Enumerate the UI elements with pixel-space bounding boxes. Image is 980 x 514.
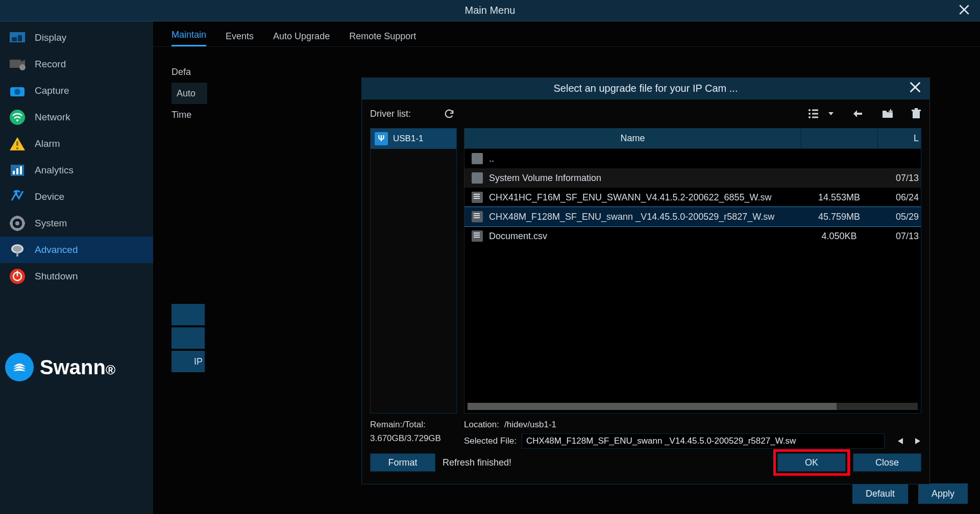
file-pane: Name L .. xyxy=(464,128,921,414)
sidebar-item-advanced[interactable]: Advanced xyxy=(0,237,153,263)
titlebar: Main Menu xyxy=(0,0,980,21)
close-button[interactable]: Close xyxy=(853,453,921,472)
list-view-icon[interactable] xyxy=(808,108,821,119)
dialog-actions: Format Refresh finished! OK Close xyxy=(370,453,921,472)
tab-auto-upgrade[interactable]: Auto Upgrade xyxy=(273,31,330,46)
sidebar-item-label: Display xyxy=(35,32,66,43)
svg-rect-38 xyxy=(889,111,893,112)
sidebar-item-analytics[interactable]: Analytics xyxy=(0,157,153,184)
device-icon xyxy=(8,188,27,206)
sidebar-item-label: Network xyxy=(35,112,70,123)
root: Display Record Capture Network Alarm Ana… xyxy=(0,21,980,514)
sidebar-item-capture[interactable]: Capture xyxy=(0,78,153,104)
file-row-parent[interactable]: .. xyxy=(464,149,921,168)
sidebar-item-label: Device xyxy=(35,191,64,202)
file-name: System Volume Information xyxy=(489,173,801,184)
close-icon[interactable] xyxy=(958,3,971,16)
bottom-bar: Default Apply xyxy=(852,483,968,504)
file-date: 07/13 xyxy=(877,231,921,242)
sidebar-item-device[interactable]: Device xyxy=(0,184,153,210)
sidebar-item-shutdown[interactable]: Shutdown xyxy=(0,263,153,290)
file-row[interactable]: Document.csv 4.050KB 07/13 xyxy=(464,226,921,246)
ok-button[interactable]: OK xyxy=(777,453,846,472)
delete-icon[interactable] xyxy=(911,108,921,119)
alarm-icon xyxy=(8,135,27,153)
file-date: 07/13 xyxy=(877,173,921,184)
tab-maintain[interactable]: Maintain xyxy=(172,30,206,46)
svg-rect-3 xyxy=(10,60,21,68)
tabs: Maintain Events Auto Upgrade Remote Supp… xyxy=(153,24,980,47)
swann-logo-icon xyxy=(5,353,34,381)
record-icon xyxy=(8,55,27,73)
tab-events[interactable]: Events xyxy=(226,31,254,46)
back-icon[interactable] xyxy=(852,109,864,119)
file-rows: .. System Volume Information 07/13 xyxy=(464,149,921,403)
svg-rect-40 xyxy=(912,110,921,111)
drive-pane: Ψ USB1-1 xyxy=(370,128,457,414)
file-row-selected[interactable]: CHX48M_F128M_SF_ENU_swann _V14.45.5.0-20… xyxy=(464,207,921,226)
prev-icon[interactable] xyxy=(897,437,904,445)
usb-icon: Ψ xyxy=(375,132,388,145)
svg-point-9 xyxy=(16,119,18,121)
selected-file-input[interactable]: CHX48M_F128M_SF_ENU_swann _V14.45.5.0-20… xyxy=(522,433,885,449)
dialog-titlebar: Select an upgrade file for your IP Cam .… xyxy=(362,78,929,99)
sidebar-item-alarm[interactable]: Alarm xyxy=(0,131,153,157)
file-date: 06/24 xyxy=(877,192,921,203)
svg-marker-43 xyxy=(915,438,920,444)
file-row[interactable]: CHX41HC_F16M_SF_ENU_SWANN_V4.41.5.2-2006… xyxy=(464,188,921,207)
folder-icon xyxy=(472,172,483,184)
apply-button[interactable]: Apply xyxy=(918,483,968,504)
display-icon xyxy=(8,29,27,47)
sidebar-item-label: Advanced xyxy=(35,244,78,255)
col-name[interactable]: Name xyxy=(464,133,801,144)
sidebar-item-label: Shutdown xyxy=(35,271,78,282)
vertical-button-stack: IP xyxy=(172,304,205,374)
svg-rect-33 xyxy=(812,113,818,115)
svg-point-5 xyxy=(19,64,26,70)
svg-rect-16 xyxy=(20,166,22,174)
info-col: Location: /hidev/usb1-1 Selected File: C… xyxy=(464,418,921,448)
scrollbar-thumb[interactable] xyxy=(468,403,837,410)
analytics-icon xyxy=(8,161,27,179)
svg-point-7 xyxy=(14,89,20,95)
horizontal-scrollbar[interactable] xyxy=(468,403,918,410)
sidebar-item-system[interactable]: System xyxy=(0,210,153,237)
svg-rect-41 xyxy=(915,108,918,110)
driver-row: Driver list: xyxy=(370,99,921,128)
toolbar-right xyxy=(808,108,921,119)
new-folder-icon[interactable] xyxy=(881,108,894,119)
dialog-title: Select an upgrade file for your IP Cam .… xyxy=(554,83,738,94)
file-size: 4.050KB xyxy=(801,231,877,242)
next-icon[interactable] xyxy=(914,437,921,445)
svg-rect-1 xyxy=(12,37,17,41)
col-size[interactable] xyxy=(801,128,877,148)
svg-point-30 xyxy=(808,109,811,111)
sidebar-item-record[interactable]: Record xyxy=(0,51,153,78)
location-label: Location: xyxy=(464,420,499,430)
tab-remote-support[interactable]: Remote Support xyxy=(349,31,416,46)
chevron-down-icon[interactable] xyxy=(827,110,835,117)
driver-list-label: Driver list: xyxy=(370,109,411,119)
dialog-close-icon[interactable] xyxy=(908,80,922,94)
side-button-2[interactable] xyxy=(172,327,205,349)
sidebar-item-network[interactable]: Network xyxy=(0,104,153,131)
file-name: CHX41HC_F16M_SF_ENU_SWANN_V4.41.5.2-2006… xyxy=(489,192,801,203)
default-button[interactable]: Default xyxy=(852,483,908,504)
svg-point-34 xyxy=(808,116,811,118)
sidebar-item-display[interactable]: Display xyxy=(0,24,153,51)
file-date: 05/29 xyxy=(877,212,921,222)
sidebar-item-label: Analytics xyxy=(35,165,74,176)
col-date[interactable]: L xyxy=(877,128,921,148)
brand-logo: Swann® xyxy=(0,353,153,514)
sidebar-item-label: Capture xyxy=(35,85,69,96)
side-button-ip[interactable]: IP xyxy=(172,351,205,372)
file-row[interactable]: System Volume Information 07/13 xyxy=(464,168,921,188)
remain-label: Remain:/Total: xyxy=(370,418,457,431)
remain-value: 3.670GB/3.729GB xyxy=(370,431,457,445)
side-button-1[interactable] xyxy=(172,304,205,325)
selected-line: Selected File: CHX48M_F128M_SF_ENU_swann… xyxy=(464,434,921,448)
upgrade-file-dialog: Select an upgrade file for your IP Cam .… xyxy=(361,78,930,484)
refresh-icon[interactable] xyxy=(444,108,455,119)
drive-usb1-1[interactable]: Ψ USB1-1 xyxy=(371,128,456,149)
format-button[interactable]: Format xyxy=(370,453,435,472)
